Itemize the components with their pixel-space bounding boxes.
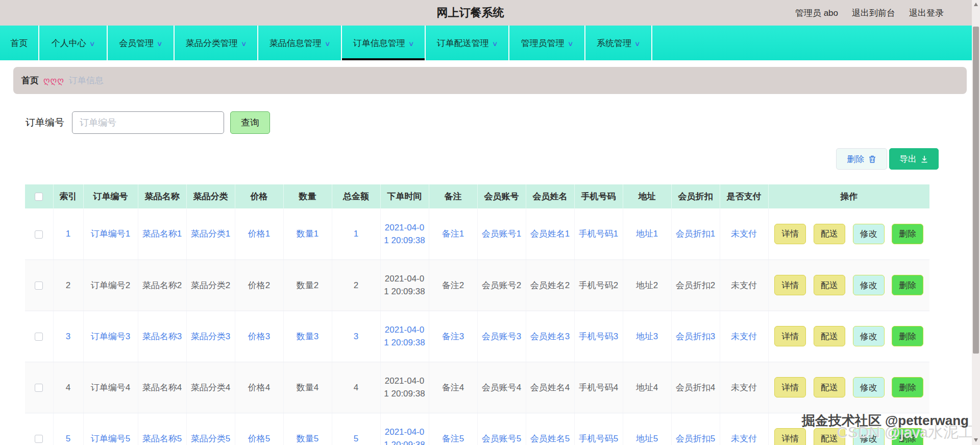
nav-item[interactable]: 订单配送管理 ∨ xyxy=(426,26,509,60)
scrollbar-up-arrow[interactable] xyxy=(974,3,978,6)
cell-dish-category: 菜品分类3 xyxy=(186,311,235,362)
scrollbar-thumb[interactable] xyxy=(973,27,979,354)
detail-button[interactable]: 详情 xyxy=(774,326,806,346)
cell-member-name: 会员姓名2 xyxy=(526,260,574,311)
nav-item-label: 首页 xyxy=(11,37,28,49)
orders-table-wrap: 索引 订单编号 菜品名称 菜品分类 价格 数量 总金额 下单时间 备注 会员账号… xyxy=(25,184,980,445)
table-body: 1 订单编号1 菜品名称1 菜品分类1 价格1 数量1 1 2021-04-01… xyxy=(25,208,929,445)
back-to-front-link[interactable]: 退出到前台 xyxy=(852,7,895,19)
row-actions: 详情 配送 修改 删除 xyxy=(768,362,929,413)
export-button[interactable]: 导出 xyxy=(889,148,939,170)
column-header: 菜品分类 xyxy=(186,184,235,208)
detail-button[interactable]: 详情 xyxy=(774,224,806,244)
cell-order-no: 订单编号1 xyxy=(83,208,138,260)
cell-address: 地址5 xyxy=(623,413,671,445)
row-actions: 详情 配送 修改 删除 xyxy=(768,260,929,311)
cell-total: 3 xyxy=(332,311,380,362)
page-title: 网上订餐系统 xyxy=(437,5,504,20)
cell-quantity: 数量5 xyxy=(283,413,332,445)
nav-item[interactable]: 会员管理 ∨ xyxy=(108,26,175,60)
scrollbar-down-arrow[interactable] xyxy=(974,438,978,442)
column-header: 地址 xyxy=(623,184,671,208)
row-checkbox[interactable] xyxy=(35,230,43,239)
admin-user-link[interactable]: 管理员 abo xyxy=(795,7,838,19)
edit-button[interactable]: 修改 xyxy=(853,224,885,244)
detail-button[interactable]: 详情 xyxy=(774,275,806,295)
logout-link[interactable]: 退出登录 xyxy=(909,7,944,19)
row-select-cell xyxy=(25,260,53,311)
cell-paid: 未支付 xyxy=(720,208,768,260)
deliver-button[interactable]: 配送 xyxy=(814,326,845,346)
deliver-button[interactable]: 配送 xyxy=(814,428,845,445)
toolbar: 删除 导出 xyxy=(0,148,939,170)
cell-order-time: 2021-04-01 20:09:38 xyxy=(380,311,429,362)
cell-paid: 未支付 xyxy=(720,311,768,362)
cell-quantity: 数量4 xyxy=(283,362,332,413)
cell-phone: 手机号码3 xyxy=(574,311,623,362)
edit-button[interactable]: 修改 xyxy=(853,326,885,346)
cell-total: 1 xyxy=(332,208,380,260)
nav-item[interactable]: 首页 xyxy=(0,26,39,60)
delete-button[interactable]: 删除 xyxy=(892,428,923,445)
column-header: 订单编号 xyxy=(83,184,138,208)
cell-index: 3 xyxy=(53,311,83,362)
delete-button[interactable]: 删除 xyxy=(892,326,923,346)
select-all-checkbox[interactable] xyxy=(35,193,43,201)
detail-button[interactable]: 详情 xyxy=(774,377,806,397)
deliver-button[interactable]: 配送 xyxy=(814,275,845,295)
breadcrumb-home[interactable]: 首页 xyxy=(21,75,39,86)
deliver-button[interactable]: 配送 xyxy=(814,377,845,397)
cell-order-no: 订单编号4 xyxy=(83,362,138,413)
column-header: 会员姓名 xyxy=(526,184,574,208)
cell-dish-name: 菜品名称2 xyxy=(138,260,186,311)
select-all-header xyxy=(25,184,53,208)
column-header: 是否支付 xyxy=(720,184,768,208)
nav-item[interactable]: 菜品信息管理 ∨ xyxy=(258,26,342,60)
nav-item[interactable]: 菜品分类管理 ∨ xyxy=(175,26,258,60)
row-checkbox[interactable] xyxy=(35,435,43,443)
row-checkbox[interactable] xyxy=(35,333,43,341)
column-header: 价格 xyxy=(235,184,283,208)
cell-remark: 备注2 xyxy=(429,260,477,311)
edit-button[interactable]: 修改 xyxy=(853,275,885,295)
cell-order-time: 2021-04-01 20:09:38 xyxy=(380,362,429,413)
main-nav: 首页 个人中心 ∨ 会员管理 ∨ 菜品分类管理 ∨ 菜品信息管理 ∨ 订单信息管… xyxy=(0,26,980,60)
cell-quantity: 数量3 xyxy=(283,311,332,362)
row-checkbox[interactable] xyxy=(35,282,43,290)
cell-paid: 未支付 xyxy=(720,260,768,311)
table-header-row: 索引 订单编号 菜品名称 菜品分类 价格 数量 总金额 下单时间 备注 会员账号… xyxy=(25,184,929,208)
nav-item[interactable]: 系统管理 ∨ xyxy=(585,26,652,60)
nav-item[interactable]: 个人中心 ∨ xyxy=(39,26,108,60)
column-header: 备注 xyxy=(429,184,477,208)
cell-total: 2 xyxy=(332,260,380,311)
query-button[interactable]: 查询 xyxy=(230,111,270,134)
cell-member-name: 会员姓名1 xyxy=(526,208,574,260)
trash-icon xyxy=(868,155,876,163)
cell-address: 地址3 xyxy=(623,311,671,362)
nav-item[interactable]: 订单信息管理 ∨ xyxy=(342,26,426,60)
row-checkbox[interactable] xyxy=(35,384,43,392)
chevron-down-icon: ∨ xyxy=(634,40,641,48)
nav-item[interactable]: 管理员管理 ∨ xyxy=(509,26,585,60)
order-no-input[interactable] xyxy=(72,111,224,134)
deliver-button[interactable]: 配送 xyxy=(814,224,845,244)
nav-item-label: 菜品分类管理 xyxy=(186,37,238,49)
delete-button[interactable]: 删除 xyxy=(892,224,923,244)
edit-button[interactable]: 修改 xyxy=(853,428,885,445)
cell-quantity: 数量2 xyxy=(283,260,332,311)
download-icon xyxy=(920,155,928,163)
delete-button[interactable]: 删除 xyxy=(892,275,923,295)
delete-button[interactable]: 删除 xyxy=(892,377,923,397)
cell-order-time: 2021-04-01 20:09:38 xyxy=(380,208,429,260)
detail-button[interactable]: 详情 xyxy=(774,428,806,445)
cell-discount: 会员折扣3 xyxy=(671,311,720,362)
edit-button[interactable]: 修改 xyxy=(853,377,885,397)
cell-dish-category: 菜品分类2 xyxy=(186,260,235,311)
nav-item-label: 订单配送管理 xyxy=(437,37,489,49)
chevron-down-icon: ∨ xyxy=(408,40,414,48)
batch-delete-button[interactable]: 删除 xyxy=(836,148,887,170)
vertical-scrollbar[interactable] xyxy=(972,0,980,445)
cell-price: 价格4 xyxy=(235,362,283,413)
column-header: 菜品名称 xyxy=(138,184,186,208)
column-header: 数量 xyxy=(283,184,332,208)
